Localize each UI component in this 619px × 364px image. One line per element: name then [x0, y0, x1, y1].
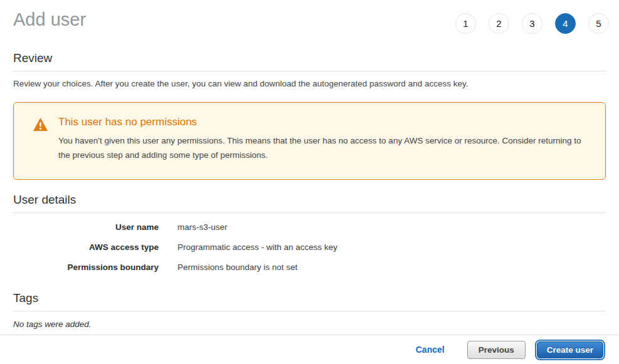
step-5[interactable]: 5: [588, 13, 609, 34]
user-details-rows: User name mars-s3-user AWS access type P…: [13, 222, 606, 272]
tags-section: Tags No tags were added.: [13, 291, 606, 329]
page-content: Add user 1 2 3 4 5 Review Review your ch…: [0, 8, 619, 329]
create-user-button-focus-ring: Create user: [535, 340, 605, 360]
user-details-section: User details User name mars-s3-user AWS …: [13, 193, 606, 272]
step-4-active[interactable]: 4: [555, 13, 576, 34]
cancel-link[interactable]: Cancel: [416, 345, 445, 355]
warning-title: This user has no permissions: [58, 116, 586, 128]
warning-text-block: This user has no permissions You haven't…: [58, 116, 586, 162]
review-description: Review your choices. After you create th…: [13, 78, 606, 90]
detail-value: Permissions boundary is not set: [177, 263, 297, 273]
detail-row-access-type: AWS access type Programmatic access - wi…: [13, 242, 606, 252]
wizard-footer: Cancel Previous Create user: [0, 335, 619, 364]
detail-row-permissions-boundary: Permissions boundary Permissions boundar…: [13, 263, 606, 273]
detail-value: Programmatic access - with an access key: [177, 242, 337, 252]
detail-label: AWS access type: [13, 242, 159, 252]
warning-body: You haven't given this user any permissi…: [58, 134, 586, 162]
tags-empty-message: No tags were added.: [13, 320, 606, 329]
detail-value: mars-s3-user: [177, 222, 228, 232]
wizard-step-indicator: 1 2 3 4 5: [455, 13, 609, 34]
no-permissions-warning: This user has no permissions You haven't…: [13, 102, 606, 180]
step-3[interactable]: 3: [522, 13, 542, 34]
review-section: Review Review your choices. After you cr…: [13, 51, 606, 90]
previous-button[interactable]: Previous: [467, 341, 526, 359]
detail-row-user-name: User name mars-s3-user: [13, 222, 606, 232]
detail-label: Permissions boundary: [13, 263, 159, 273]
create-user-button[interactable]: Create user: [537, 341, 603, 358]
step-2[interactable]: 2: [489, 13, 509, 34]
user-details-heading: User details: [13, 193, 606, 213]
tags-heading: Tags: [13, 291, 606, 311]
review-heading: Review: [13, 51, 606, 71]
warning-triangle-icon: [33, 116, 58, 162]
detail-label: User name: [13, 222, 159, 232]
step-1[interactable]: 1: [455, 13, 476, 34]
